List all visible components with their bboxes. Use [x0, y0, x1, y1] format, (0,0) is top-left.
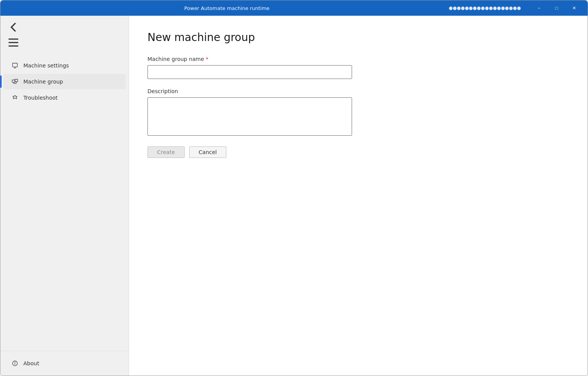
about-icon: [11, 360, 19, 367]
machine-group-name-group: Machine group name *: [147, 56, 569, 79]
app-window: Power Automate machine runtime ●●●●●●●●●…: [0, 0, 588, 376]
account-info: ●●●●●●●●●●●●●●●●●●: [449, 5, 521, 11]
about-label: About: [23, 360, 39, 366]
back-icon: [7, 20, 20, 34]
close-button[interactable]: ✕: [565, 2, 583, 14]
form-actions: Create Cancel: [147, 146, 569, 158]
sidebar: Machine settings Machine group: [0, 16, 129, 376]
hamburger-button[interactable]: [7, 36, 20, 49]
description-textarea[interactable]: [147, 97, 352, 136]
description-group: Description: [147, 88, 569, 137]
description-label: Description: [147, 88, 569, 94]
main-content: New machine group Machine group name * D…: [129, 16, 588, 376]
sidebar-bottom: About: [0, 351, 129, 376]
sidebar-item-machine-group[interactable]: Machine group: [3, 74, 126, 89]
title-bar: Power Automate machine runtime ●●●●●●●●●…: [0, 0, 588, 16]
svg-rect-7: [15, 79, 18, 82]
machine-group-label: Machine group: [23, 79, 63, 85]
troubleshoot-icon: [11, 94, 19, 102]
maximize-button[interactable]: □: [548, 2, 565, 14]
sidebar-item-machine-settings[interactable]: Machine settings: [3, 58, 126, 73]
sidebar-nav: Machine settings Machine group: [0, 54, 129, 351]
title-bar-right: ●●●●●●●●●●●●●●●●●● − □ ✕: [449, 2, 583, 14]
window-title: Power Automate machine runtime: [184, 5, 270, 11]
hamburger-icon: [7, 36, 20, 49]
machine-group-name-label: Machine group name *: [147, 56, 569, 62]
cancel-button[interactable]: Cancel: [189, 146, 226, 158]
machine-group-name-input[interactable]: [147, 65, 352, 79]
machine-settings-icon: [11, 62, 19, 69]
sidebar-top: [0, 16, 129, 54]
svg-point-13: [15, 362, 15, 363]
page-title: New machine group: [147, 31, 569, 44]
sidebar-item-about[interactable]: About: [7, 356, 123, 371]
svg-rect-3: [13, 63, 18, 67]
sidebar-item-troubleshoot[interactable]: Troubleshoot: [3, 90, 126, 105]
required-indicator: *: [206, 56, 208, 62]
create-button[interactable]: Create: [147, 146, 185, 158]
back-button[interactable]: [7, 20, 20, 34]
svg-rect-6: [12, 80, 15, 82]
minimize-button[interactable]: −: [530, 2, 548, 14]
machine-settings-label: Machine settings: [23, 62, 69, 69]
troubleshoot-label: Troubleshoot: [23, 95, 58, 101]
window-controls: − □ ✕: [530, 2, 583, 14]
app-body: Machine settings Machine group: [0, 16, 588, 376]
machine-group-icon: [11, 78, 19, 85]
